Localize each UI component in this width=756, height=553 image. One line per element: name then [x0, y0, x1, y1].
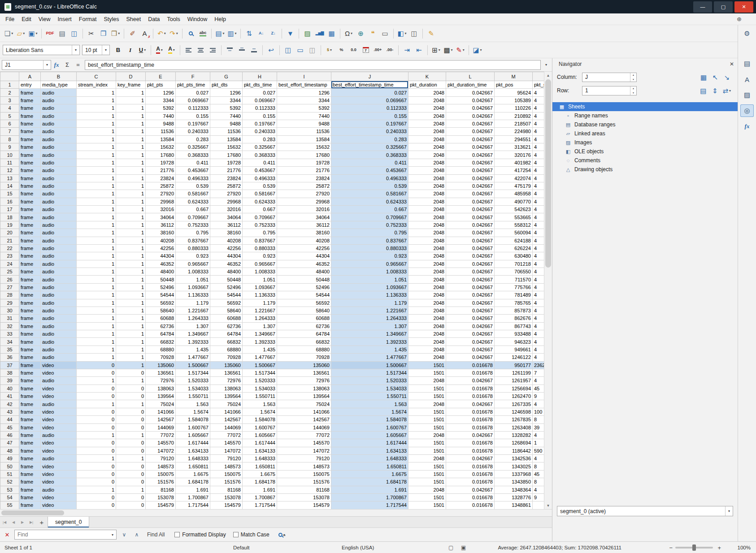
column-header-E[interactable]: E	[146, 72, 176, 81]
grid-cell[interactable]: 36112	[277, 221, 331, 229]
grid-cell[interactable]: 46352	[210, 260, 243, 268]
formatted-display-checkbox-box[interactable]	[174, 532, 180, 537]
grid-cell[interactable]: best_effort_timestamp_time	[331, 81, 408, 89]
grid-cell[interactable]: 1	[77, 174, 116, 182]
grid-cell[interactable]: 0.283	[176, 135, 210, 143]
grid-cell[interactable]: 0	[77, 501, 116, 509]
grid-cell[interactable]: 1.520333	[243, 377, 277, 385]
grid-cell[interactable]: 0.016678	[446, 470, 495, 478]
grid-cell[interactable]: 0.042667	[446, 182, 495, 190]
grid-cell[interactable]: 2048	[408, 268, 446, 276]
grid-cell[interactable]: audio	[41, 167, 77, 174]
grid-cell[interactable]: 0.795	[331, 229, 408, 237]
row-header-51[interactable]: 51	[0, 470, 19, 478]
grid-cell[interactable]: 1	[77, 213, 116, 221]
grid-cell[interactable]: 1.700867	[243, 493, 277, 501]
grid-cell[interactable]: 1	[116, 330, 146, 338]
merge-center-cells-button[interactable]: ◫	[282, 44, 294, 56]
grid-cell[interactable]: 294551	[495, 135, 533, 143]
document-modified-icon[interactable]: ▣	[461, 544, 466, 551]
grid-cell[interactable]: 1.691	[176, 486, 210, 493]
grid-cell[interactable]: 1	[77, 400, 116, 408]
grid-cell[interactable]: 1.008333	[176, 268, 210, 276]
italic-button[interactable]: I	[124, 44, 136, 56]
autofilter-button[interactable]: ▼	[284, 27, 296, 40]
grid-cell[interactable]: frame	[19, 135, 41, 143]
grid-cell[interactable]: 1.563	[243, 400, 277, 408]
grid-cell[interactable]: 0.539	[176, 182, 210, 190]
column-header-C[interactable]: C	[77, 72, 116, 81]
grid-cell[interactable]: frame	[19, 143, 41, 151]
grid-cell[interactable]: 0.069667	[243, 96, 277, 104]
grid-cell[interactable]: frame	[19, 252, 41, 260]
grid-cell[interactable]: 0.042667	[446, 244, 495, 252]
grid-cell[interactable]: 4	[533, 377, 544, 385]
grid-cell[interactable]: 66832	[146, 338, 176, 346]
grid-cell[interactable]: 77072	[210, 431, 243, 439]
navigator-start-button[interactable]: ↖	[710, 72, 721, 82]
grid-cell[interactable]: 138063	[210, 385, 243, 392]
row-header-13[interactable]: 13	[0, 174, 19, 182]
grid-cell[interactable]: 1.500667	[176, 361, 210, 369]
grid-cell[interactable]: 2048	[408, 89, 446, 96]
tree-item-range-names[interactable]: ▫Range names	[552, 111, 738, 120]
grid-cell[interactable]: 0.042667	[446, 291, 495, 299]
grid-cell[interactable]: audio	[41, 221, 77, 229]
border-color-button-dropdown-icon[interactable]: ▾	[463, 48, 465, 52]
grid-cell[interactable]: 1	[116, 252, 146, 260]
find-history-dropdown-icon[interactable]: ▾	[109, 533, 116, 537]
grid-cell[interactable]: 0.042667	[446, 135, 495, 143]
grid-cell[interactable]: 1	[77, 291, 116, 299]
grid-cell[interactable]: 13584	[146, 135, 176, 143]
align-right-button[interactable]	[207, 44, 219, 56]
grid-cell[interactable]: 1.517344	[243, 369, 277, 376]
grid-cell[interactable]: 1.264333	[243, 315, 277, 322]
grid-cell[interactable]: 0.923	[243, 252, 277, 260]
row-header-19[interactable]: 19	[0, 221, 19, 229]
row-header-31[interactable]: 31	[0, 315, 19, 322]
grid-cell[interactable]: 1261199	[495, 369, 533, 376]
grid-cell[interactable]: 40208	[210, 237, 243, 244]
grid-cell[interactable]: frame	[19, 330, 41, 338]
grid-cell[interactable]: 79120	[277, 455, 331, 462]
grid-cell[interactable]: 0.042667	[446, 89, 495, 96]
grid-cell[interactable]: 485958	[495, 190, 533, 198]
grid-cell[interactable]: 0.042667	[446, 221, 495, 229]
grid-cell[interactable]: 138063	[146, 385, 176, 392]
grid-cell[interactable]: 0.709667	[331, 213, 408, 221]
grid-cell[interactable]: frame	[19, 190, 41, 198]
column-header-K[interactable]: K	[408, 72, 446, 81]
grid-cell[interactable]: 13584	[210, 135, 243, 143]
grid-cell[interactable]: frame	[19, 104, 41, 112]
grid-cell[interactable]: 1.264333	[176, 315, 210, 322]
grid-cell[interactable]: 0.539	[243, 182, 277, 190]
center-vertically-button[interactable]	[236, 44, 248, 56]
grid-cell[interactable]: 0.368333	[176, 151, 210, 159]
grid-cell[interactable]: 0.042667	[446, 120, 495, 127]
grid-cell[interactable]: 0.042667	[446, 128, 495, 135]
grid-cell[interactable]: frame	[19, 283, 41, 291]
grid-cell[interactable]: 1.691	[331, 486, 408, 493]
grid-cell[interactable]: video	[41, 493, 77, 501]
grid-cell[interactable]: 0.016678	[446, 493, 495, 501]
grid-cell[interactable]: video	[41, 447, 77, 454]
grid-cell[interactable]: 2048	[408, 400, 446, 408]
grid-cell[interactable]: 4	[533, 346, 544, 353]
grid-cell[interactable]: 946323	[495, 338, 533, 346]
grid-cell[interactable]: 1.093667	[176, 283, 210, 291]
grid-cell[interactable]: 27920	[277, 190, 331, 198]
grid-cell[interactable]: frame	[19, 338, 41, 346]
grid-cell[interactable]: 25872	[146, 182, 176, 190]
grid-cell[interactable]: frame	[19, 120, 41, 127]
grid-cell[interactable]: 0.016678	[446, 478, 495, 486]
grid-cell[interactable]: 0.042667	[446, 315, 495, 322]
grid-cell[interactable]: audio	[41, 346, 77, 353]
grid-cell[interactable]: 1	[116, 346, 146, 353]
grid-cell[interactable]: 313621	[495, 143, 533, 151]
grid-cell[interactable]: pkt_duration_time	[446, 81, 495, 89]
grid-cell[interactable]: audio	[41, 151, 77, 159]
grid-cell[interactable]: 9488	[277, 120, 331, 127]
grid-cell[interactable]: 2048	[408, 159, 446, 166]
grid-cell[interactable]: 0	[77, 369, 116, 376]
column-header-I[interactable]: I	[277, 72, 331, 81]
